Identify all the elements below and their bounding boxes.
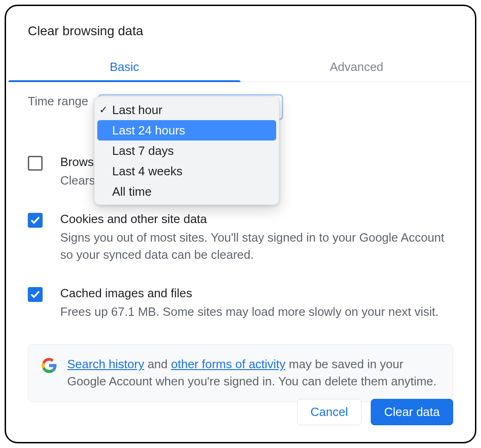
dropdown-option-last-hour[interactable]: ✓ Last hour xyxy=(95,100,279,120)
time-range-dropdown: ✓ Last hour Last 24 hours Last 7 days La… xyxy=(94,96,279,205)
cancel-button[interactable]: Cancel xyxy=(297,399,361,425)
clear-data-button[interactable]: Clear data xyxy=(371,399,453,425)
option-cache: Cached images and files Frees up 67.1 MB… xyxy=(28,286,453,321)
info-text: Search history and other forms of activi… xyxy=(67,356,440,390)
tab-bar: Basic Advanced xyxy=(8,52,473,82)
google-logo-icon xyxy=(41,358,57,375)
option-desc: Frees up 67.1 MB. Some sites may load mo… xyxy=(60,303,453,321)
option-cookies: Cookies and other site data Signs you ou… xyxy=(28,212,453,264)
dialog-footer: Cancel Clear data xyxy=(297,399,453,425)
checkbox-cache[interactable] xyxy=(28,287,43,302)
dialog-title: Clear browsing data xyxy=(28,24,143,38)
option-title: Cookies and other site data xyxy=(60,212,453,226)
dropdown-option-last-7-days[interactable]: Last 7 days xyxy=(95,141,279,161)
link-search-history[interactable]: Search history xyxy=(67,357,144,371)
checkbox-browsing-history[interactable] xyxy=(28,156,43,171)
dropdown-option-last-24-hours[interactable]: Last 24 hours xyxy=(97,120,276,141)
tab-basic[interactable]: Basic xyxy=(8,52,240,82)
link-other-activity[interactable]: other forms of activity xyxy=(171,357,285,371)
google-account-info: Search history and other forms of activi… xyxy=(28,344,453,402)
option-desc: Signs you out of most sites. You'll stay… xyxy=(60,229,453,264)
checkmark-icon xyxy=(30,215,40,225)
checkbox-cookies[interactable] xyxy=(28,213,43,228)
checkmark-icon xyxy=(30,289,40,300)
time-range-label: Time range xyxy=(28,94,89,108)
clear-browsing-data-dialog: Clear browsing data Basic Advanced Time … xyxy=(5,5,476,443)
tab-advanced[interactable]: Advanced xyxy=(240,52,473,82)
dropdown-option-last-4-weeks[interactable]: Last 4 weeks xyxy=(95,161,279,181)
dropdown-option-all-time[interactable]: All time xyxy=(95,181,279,202)
checkmark-icon: ✓ xyxy=(99,104,108,116)
option-title: Cached images and files xyxy=(60,286,453,301)
